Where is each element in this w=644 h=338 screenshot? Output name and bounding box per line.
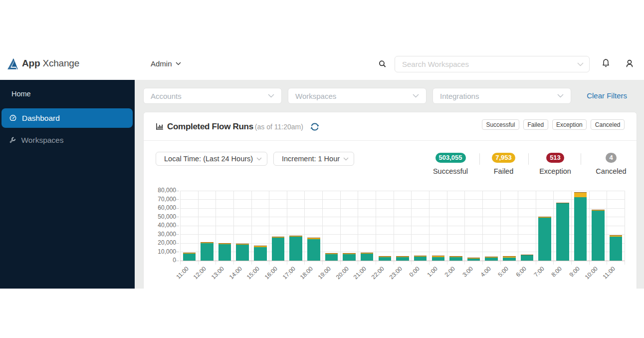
- x-gridline: [269, 191, 269, 265]
- bar-14:00[interactable]: [236, 243, 249, 261]
- sidebar: Home Dashboard Workspaces: [0, 80, 135, 289]
- y-axis-label: 10,000: [146, 248, 176, 255]
- chevron-down-icon: [268, 94, 274, 98]
- x-gridline: [464, 191, 465, 265]
- y-axis-label: 0: [146, 257, 176, 264]
- bar-16:00[interactable]: [272, 236, 285, 261]
- bar-10:00[interactable]: [592, 210, 605, 261]
- bar-segment-successful: [307, 239, 320, 261]
- bar-segment-successful: [556, 203, 569, 260]
- bar-8:00[interactable]: [556, 203, 569, 261]
- x-gridline: [233, 191, 234, 265]
- x-gridline: [518, 191, 518, 265]
- bar-segment-successful: [183, 254, 196, 261]
- sidebar-item-label: Workspaces: [21, 136, 64, 145]
- x-gridline: [411, 191, 412, 265]
- bar-segment-successful: [325, 254, 338, 261]
- x-gridline: [500, 191, 501, 265]
- accounts-filter-select[interactable]: Accounts: [143, 88, 282, 104]
- y-axis-tick: [176, 252, 179, 252]
- notifications-bell-icon[interactable]: [601, 58, 611, 68]
- bar-20:00[interactable]: [343, 253, 356, 261]
- bar-segment-successful: [574, 197, 587, 261]
- y-axis-tick: [176, 208, 179, 209]
- bar-13:00[interactable]: [218, 243, 231, 261]
- sidebar-item-dashboard[interactable]: Dashboard: [1, 108, 133, 128]
- y-axis-label: 50,000: [146, 213, 176, 220]
- bar-4:00[interactable]: [485, 257, 498, 261]
- wrench-icon: [9, 137, 16, 143]
- clear-filters-link[interactable]: Clear Filters: [587, 91, 627, 100]
- y-axis-label: 40,000: [146, 222, 176, 229]
- bar-segment-successful: [254, 247, 267, 261]
- bar-segment-successful: [201, 243, 214, 261]
- bar-segment-successful: [361, 254, 374, 261]
- x-gridline: [198, 191, 199, 265]
- x-gridline: [215, 191, 216, 265]
- search-icon[interactable]: [378, 59, 387, 69]
- bar-3:00[interactable]: [467, 257, 480, 261]
- x-gridline: [322, 191, 323, 265]
- logo-word-xchange: Xchange: [42, 58, 79, 68]
- y-axis-tick: [176, 243, 179, 244]
- bar-19:00[interactable]: [325, 253, 338, 261]
- x-gridline: [287, 191, 287, 265]
- main-content: Accounts Workspaces Integrations Clear F…: [135, 80, 644, 289]
- y-axis-label: 60,000: [146, 204, 176, 211]
- search-workspaces-input[interactable]: Search Workspaces: [395, 56, 590, 72]
- x-gridline: [340, 191, 341, 265]
- bar-23:00[interactable]: [396, 256, 409, 260]
- integrations-filter-select[interactable]: Integrations: [432, 88, 571, 104]
- bar-5:00[interactable]: [503, 256, 516, 261]
- y-axis-label: 70,000: [146, 196, 176, 203]
- x-axis-line: [180, 261, 625, 261]
- bar-11:00[interactable]: [183, 253, 196, 261]
- bar-segment-successful: [432, 257, 445, 261]
- x-gridline: [251, 191, 252, 265]
- bar-segment-successful: [236, 245, 249, 261]
- y-axis-tick: [176, 226, 179, 226]
- bar-segment-successful: [379, 257, 392, 261]
- filter-bar: Accounts Workspaces Integrations Clear F…: [135, 80, 644, 112]
- bar-22:00[interactable]: [379, 256, 392, 261]
- bar-2:00[interactable]: [449, 256, 462, 261]
- bar-7:00[interactable]: [538, 217, 551, 261]
- logo-text: App Xchange: [22, 57, 79, 69]
- bar-segment-failed: [574, 192, 587, 197]
- workspaces-filter-placeholder: Workspaces: [295, 92, 413, 100]
- bar-18:00[interactable]: [307, 238, 320, 261]
- user-profile-icon[interactable]: [625, 59, 635, 67]
- sidebar-item-home[interactable]: Home: [11, 90, 31, 98]
- x-gridline: [376, 191, 376, 265]
- bar-segment-successful: [592, 211, 605, 261]
- y-axis-tick: [176, 199, 179, 200]
- bar-15:00[interactable]: [254, 246, 267, 261]
- app-logo[interactable]: App Xchange: [7, 55, 79, 69]
- x-gridline: [447, 191, 447, 265]
- admin-menu[interactable]: Admin: [151, 50, 181, 77]
- x-gridline: [394, 191, 394, 265]
- workspaces-filter-select[interactable]: Workspaces: [288, 88, 427, 104]
- bar-6:00[interactable]: [521, 254, 534, 261]
- bar-12:00[interactable]: [201, 242, 214, 260]
- bar-11:00[interactable]: [610, 235, 623, 260]
- x-gridline: [536, 191, 536, 265]
- app-window: App Xchange Admin Search Workspaces: [0, 50, 644, 289]
- bar-21:00[interactable]: [361, 252, 374, 261]
- chevron-down-icon: [413, 94, 419, 98]
- bar-0:00[interactable]: [414, 255, 427, 261]
- chevron-down-icon: [577, 62, 584, 66]
- chevron-down-icon: [557, 94, 564, 98]
- bar-17:00[interactable]: [289, 235, 302, 260]
- x-gridline: [553, 191, 554, 265]
- bar-9:00[interactable]: [574, 192, 587, 261]
- x-gridline: [180, 191, 181, 265]
- y-axis-tick: [176, 261, 179, 261]
- sidebar-item-workspaces[interactable]: Workspaces: [1, 130, 133, 150]
- bar-segment-successful: [218, 244, 231, 261]
- bar-segment-successful: [521, 255, 534, 261]
- bar-segment-successful: [343, 254, 356, 261]
- search-placeholder: Search Workspaces: [402, 60, 577, 68]
- chart-plot-area: [180, 191, 625, 261]
- bar-1:00[interactable]: [432, 255, 445, 260]
